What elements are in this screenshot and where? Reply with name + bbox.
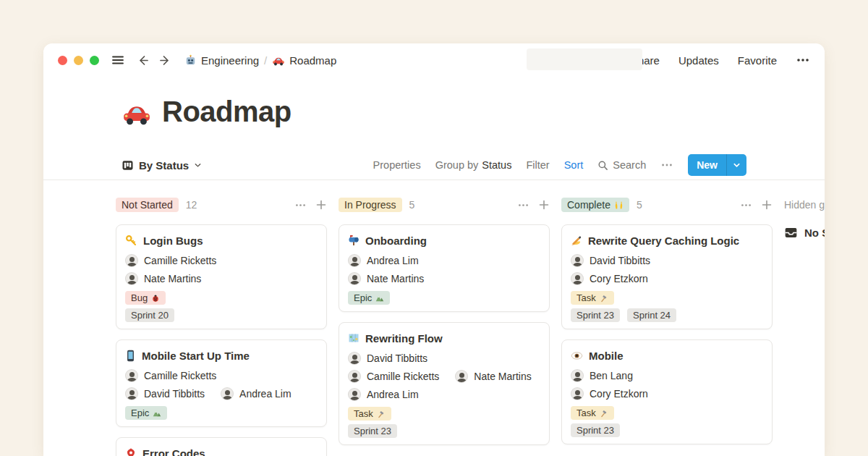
new-button-label: New (688, 154, 726, 176)
person-name: David Tibbitts (367, 352, 427, 364)
person-name: Nate Martins (474, 371, 531, 382)
group-pill-complete[interactable]: Complete (561, 198, 629, 212)
group-by-value: Status (482, 159, 511, 171)
sidebar-menu-icon[interactable] (111, 53, 125, 67)
breadcrumb-workspace-label: Engineering (201, 54, 259, 67)
group-name: Complete (567, 199, 610, 211)
card-onboarding[interactable]: Onboarding Andrea Lim Nate Martins Epic (339, 224, 550, 312)
breadcrumb-page[interactable]: Roadmap (272, 54, 336, 67)
person-name: David Tibbitts (144, 388, 205, 400)
sort-button[interactable]: Sort (564, 159, 584, 171)
hammer-icon (600, 294, 608, 303)
tag-sprint: Sprint 23 (571, 423, 620, 437)
car-icon[interactable] (122, 97, 152, 127)
tag-task: Task (571, 406, 614, 420)
group-more-icon[interactable] (294, 199, 307, 211)
group-count: 5 (637, 199, 642, 211)
card-title: Login Bugs (143, 235, 203, 247)
new-button[interactable]: New (688, 154, 746, 176)
breadcrumb-workspace[interactable]: Engineering (184, 54, 259, 67)
group-name: Not Started (122, 199, 173, 211)
person-name: Nate Martins (144, 273, 201, 284)
zoom-window-button[interactable] (90, 56, 99, 65)
hover-highlight (527, 48, 642, 70)
tag-sprint: Sprint 23 (571, 308, 620, 322)
avatar (348, 388, 361, 401)
group-add-icon[interactable] (761, 199, 773, 211)
card-title: Error Codes (142, 447, 205, 456)
tag-task: Task (348, 407, 391, 421)
breadcrumb-separator: / (264, 54, 267, 67)
person-name: Camille Ricketts (144, 255, 216, 266)
group-pill-not-started[interactable]: Not Started (116, 198, 179, 212)
close-window-button[interactable] (58, 56, 67, 65)
forward-arrow-icon[interactable] (158, 54, 171, 67)
card-rewrite-query-caching-logic[interactable]: Rewrite Query Caching Logic David Tibbit… (561, 224, 773, 329)
tag-sprint: Sprint 20 (125, 308, 174, 322)
column-in-progress: In Progress 5 Onboarding Andrea Lim Nate… (339, 195, 550, 445)
new-dropdown-button[interactable] (726, 154, 746, 176)
properties-button[interactable]: Properties (373, 159, 421, 171)
avatar (571, 369, 584, 382)
avatar (125, 272, 138, 285)
chevron-down-icon (194, 161, 202, 169)
chevron-down-icon (733, 161, 741, 169)
group-add-icon[interactable] (315, 199, 327, 211)
mountain-icon (153, 409, 161, 418)
search-button[interactable]: Search (597, 159, 646, 171)
world-map-icon (348, 332, 359, 344)
card-title: Rewrite Query Caching Logic (588, 235, 739, 247)
avatar (348, 352, 361, 365)
raised-hands-icon (614, 200, 624, 210)
card-mobile-start-up-time[interactable]: Mobile Start Up Time Camille Ricketts Da… (116, 339, 327, 427)
filter-button[interactable]: Filter (526, 159, 549, 171)
back-arrow-icon[interactable] (137, 54, 150, 67)
search-label: Search (613, 159, 646, 171)
person-name: Cory Etzkorn (590, 388, 648, 400)
card-mobile[interactable]: Mobile Ben Lang Cory Etzkorn Task Sprint… (561, 339, 773, 444)
card-login-bugs[interactable]: Login Bugs Camille Ricketts Nate Martins… (116, 224, 327, 329)
mailbox-icon (348, 235, 359, 246)
toolbar-divider (43, 180, 825, 180)
group-by-button[interactable]: Group by Status (435, 159, 512, 171)
page-header: Roadmap (122, 96, 292, 128)
page-title[interactable]: Roadmap (162, 96, 292, 128)
key-icon (125, 235, 137, 247)
card-error-codes[interactable]: Error Codes (116, 437, 327, 456)
person-name: Camille Ricketts (144, 370, 216, 381)
hammer-icon (600, 409, 608, 418)
more-options-icon[interactable] (796, 53, 810, 67)
hidden-card-no-status[interactable]: No Status (784, 226, 825, 240)
avatar (571, 254, 584, 267)
writing-hand-icon (571, 235, 582, 246)
group-pill-in-progress[interactable]: In Progress (339, 198, 402, 212)
tag-bug: Bug (125, 291, 166, 305)
view-more-options-icon[interactable] (660, 159, 673, 172)
view-toolbar: By Status Properties Group by Status Fil… (122, 153, 746, 177)
search-icon (597, 160, 608, 171)
group-add-icon[interactable] (538, 199, 550, 211)
updates-button[interactable]: Updates (678, 54, 719, 67)
favorite-button[interactable]: Favorite (738, 54, 777, 67)
card-rewriting-flow[interactable]: Rewriting Flow David Tibbitts Camille Ri… (339, 322, 550, 445)
avatar (221, 387, 234, 400)
hidden-card-title: No Status (804, 227, 825, 239)
hidden-groups-label[interactable]: Hidden groups (784, 199, 825, 211)
view-switcher[interactable]: By Status (122, 159, 202, 172)
view-switcher-label: By Status (139, 159, 189, 172)
person-name: Cory Etzkorn (590, 273, 648, 284)
inbox-icon (784, 226, 798, 240)
group-more-icon[interactable] (740, 199, 752, 211)
car-icon (272, 54, 285, 67)
group-more-icon[interactable] (517, 199, 529, 211)
window-controls (58, 56, 99, 65)
column-not-started: Not Started 12 Login Bugs Camille Ricket… (116, 195, 327, 456)
tag-epic: Epic (125, 406, 167, 420)
group-by-label: Group by (435, 159, 479, 171)
tag-sprint: Sprint 24 (627, 308, 676, 322)
app-window: Engineering / Roadmap Share Updates Favo… (43, 43, 825, 456)
minimize-window-button[interactable] (74, 56, 83, 65)
person-name: Ben Lang (590, 370, 633, 381)
avatar (455, 370, 468, 383)
avatar (125, 369, 138, 382)
